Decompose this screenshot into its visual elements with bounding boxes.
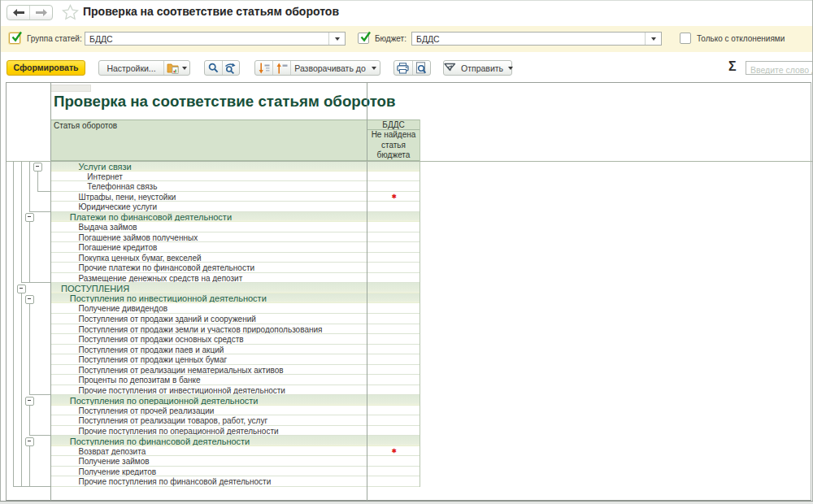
report-title: Проверка на соответствие статьям оборото…: [54, 93, 395, 111]
dropdown-arrow-icon: [651, 37, 656, 41]
report-group-row[interactable]: Поступления по операционной деятельности: [50, 395, 420, 406]
filter-bar: Группа статей: БДДС Бюджет: БДДС Только …: [0, 26, 813, 52]
column-header-articles[interactable]: Статья оборотов: [50, 119, 367, 161]
quick-search-input[interactable]: [746, 64, 813, 76]
not-found-flag: ✱: [392, 193, 397, 200]
group-field-combo[interactable]: БДДС: [85, 32, 346, 46]
page-title: Проверка на соответствие статьям оборото…: [83, 5, 339, 18]
report-row[interactable]: Штрафы, пени, неустойки✱: [50, 192, 420, 202]
row-label: Поступления по финансовой деятельности: [70, 437, 250, 446]
report-row[interactable]: Поступления от реализации нематериальных…: [50, 365, 420, 376]
report-group-row[interactable]: Услуги связи: [50, 161, 420, 172]
autosum-sigma-icon[interactable]: Σ: [728, 59, 737, 74]
application-window: Проверка на соответствие статьям оборото…: [0, 0, 813, 504]
report-row[interactable]: Проценты по депозитам в банке: [50, 375, 420, 385]
back-arrow-icon: [13, 9, 24, 16]
report-row[interactable]: Погашение кредитов: [50, 242, 420, 253]
row-label: Погашение кредитов: [79, 243, 158, 252]
group-field-dropdown-button[interactable]: [328, 33, 345, 45]
row-label: Платежи по финансовой деятельности: [70, 212, 232, 222]
report-group-row[interactable]: ПОСТУПЛЕНИЯ: [50, 283, 420, 293]
report-row[interactable]: Получение кредитов: [50, 467, 420, 477]
row-label: Проценты по депозитам в банке: [79, 376, 201, 385]
report-variants-button[interactable]: [163, 61, 189, 75]
report-group-row[interactable]: Платежи по финансовой деятельности: [50, 212, 420, 223]
report-row[interactable]: Выдача займов: [50, 222, 420, 232]
report-row[interactable]: Возврат депозита✱: [50, 446, 420, 457]
report-row[interactable]: Телефонная связь: [50, 181, 420, 192]
collapse-group-button[interactable]: [25, 213, 34, 222]
search-next-button[interactable]: [222, 61, 240, 75]
budget-field-value: БДДС: [416, 34, 440, 44]
tree-line-elbow: [29, 394, 51, 395]
settings-button[interactable]: Настройки...: [99, 61, 163, 75]
report-row[interactable]: Поступления от продажи основных средств: [50, 334, 420, 345]
report-row[interactable]: Юридические услуги: [50, 202, 420, 212]
collapse-group-button[interactable]: [33, 163, 42, 172]
print-button[interactable]: [394, 61, 412, 75]
checkmark-icon: [11, 31, 24, 44]
report-row[interactable]: Поступления от реализации товаров, работ…: [50, 415, 420, 426]
row-label: Возврат депозита: [79, 447, 146, 456]
report-group-row[interactable]: Поступления по финансовой деятельности: [50, 436, 420, 446]
budget-field-combo[interactable]: БДДС: [411, 32, 662, 46]
expand-to-button[interactable]: Разворачивать до: [290, 61, 380, 75]
report-row[interactable]: Прочие поступления по операционной деяте…: [50, 426, 420, 437]
report-row[interactable]: Прочие платежи по финансовой деятельност…: [50, 263, 420, 273]
report-row[interactable]: Погашение займов полученных: [50, 232, 420, 243]
row-label: Прочие поступления от инвестиционной дея…: [79, 386, 285, 395]
report-group-row[interactable]: Поступления по инвестиционной деятельнос…: [50, 293, 420, 304]
report-row[interactable]: Поступления от продажи зданий и сооружен…: [50, 314, 420, 324]
row-label: Прочие поступления по операционной деяте…: [79, 427, 279, 436]
budget-field-dropdown-button[interactable]: [645, 33, 661, 45]
report-row[interactable]: Поступления от продажи земли и участков …: [50, 324, 420, 335]
collapse-group-button[interactable]: [25, 397, 34, 406]
row-label: Прочие поступления по финансовой деятель…: [79, 477, 272, 486]
report-row[interactable]: Поступления от продажи паев и акций: [50, 345, 420, 355]
collapse-group-button[interactable]: [25, 437, 34, 446]
dropdown-arrow-icon: [372, 67, 376, 70]
group-field-checkbox[interactable]: [9, 33, 20, 44]
row-label: Поступления от продажи ценных бумаг: [79, 355, 228, 364]
report-row[interactable]: Интернет: [50, 172, 420, 182]
report-row[interactable]: Покупка ценных бумаг, векселей: [50, 253, 420, 263]
report-row[interactable]: Поступления от продажи ценных бумаг: [50, 354, 420, 365]
report-row[interactable]: Прочие поступления от инвестиционной дея…: [50, 385, 420, 396]
favorite-star-icon[interactable]: [62, 4, 79, 24]
row-label: Поступления от реализации нематериальных…: [79, 366, 284, 375]
forward-button[interactable]: [29, 6, 52, 20]
row-label: Юридические услуги: [79, 202, 158, 211]
print-preview-icon: [415, 62, 427, 74]
collapse-group-button[interactable]: [25, 295, 34, 304]
row-label: Поступления от продажи зданий и сооружен…: [79, 315, 256, 324]
tree-line-vertical: [29, 445, 30, 486]
dropdown-arrow-icon: [508, 67, 513, 70]
tree-line-vertical: [21, 292, 22, 486]
not-found-flag: ✱: [392, 448, 397, 454]
report-row[interactable]: Получение займов: [50, 456, 420, 467]
report-row[interactable]: Прочие поступления по финансовой деятель…: [50, 476, 420, 487]
deviations-checkbox[interactable]: [680, 33, 691, 44]
print-preview-button[interactable]: [412, 61, 431, 75]
report-corner-cell: [50, 85, 91, 92]
row-label: Выдача займов: [79, 223, 137, 232]
report-row[interactable]: Поступления от прочей реализации: [50, 406, 420, 416]
report-row[interactable]: Получение дивидендов: [50, 303, 420, 314]
collapse-group-button[interactable]: [17, 285, 26, 293]
back-button[interactable]: [7, 6, 29, 20]
column-header-bdds-sub[interactable]: Не найдена статья бюджета: [367, 129, 420, 161]
search-button[interactable]: [205, 61, 222, 75]
search-button-group: [204, 60, 240, 76]
generate-button[interactable]: Сформировать: [7, 60, 85, 76]
report-row[interactable]: Размещение денежных средств на депозит: [50, 273, 420, 284]
tree-line-vertical: [21, 161, 22, 282]
collapse-groups-button[interactable]: [272, 61, 290, 75]
report-area: Проверка на соответствие статьям оборото…: [6, 82, 811, 501]
row-label: ПОСТУПЛЕНИЯ: [61, 284, 129, 293]
send-button[interactable]: Отправить: [443, 60, 512, 76]
row-label: Телефонная связь: [87, 182, 157, 191]
row-label: Услуги связи: [79, 162, 132, 172]
expand-groups-button[interactable]: [255, 61, 272, 75]
budget-field-checkbox[interactable]: [358, 33, 369, 44]
tree-line-elbow: [29, 282, 51, 283]
